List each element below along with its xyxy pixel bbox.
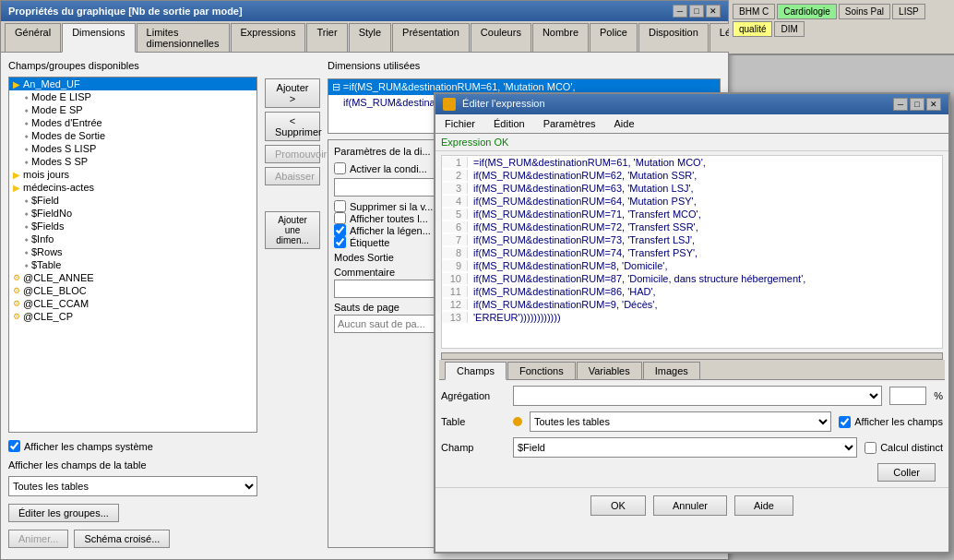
table-select-expr[interactable]: Toutes les tables: [530, 411, 831, 432]
list-item[interactable]: ⚙ @CLE_CCAM: [9, 297, 256, 310]
tab-couleurs[interactable]: Couleurs: [471, 23, 531, 52]
list-item[interactable]: ⬥ $Rows: [9, 245, 256, 258]
table-label: Table: [441, 416, 506, 427]
tab-police[interactable]: Police: [590, 23, 638, 52]
list-item[interactable]: ⬥ $Field: [9, 194, 256, 207]
expr-tab-images[interactable]: Images: [643, 362, 700, 379]
supprimer-si-vide-checkbox[interactable]: [334, 200, 346, 212]
minimize-button[interactable]: ─: [673, 5, 687, 18]
tab-dimensions[interactable]: Dimensions: [62, 23, 135, 53]
lower-button[interactable]: Abaisser: [265, 167, 320, 185]
tab-trier[interactable]: Trier: [306, 23, 347, 52]
expr-minimize-button[interactable]: ─: [893, 98, 908, 111]
taskbar-tab-lisp[interactable]: LISP: [892, 4, 925, 19]
code-line: 1 =if(MS_RUM&destinationRUM=61, 'Mutatio…: [442, 156, 942, 169]
used-dimensions-label: Dimensions utilisées: [328, 60, 721, 71]
horizontal-scrollbar[interactable]: [441, 352, 943, 360]
annuler-button[interactable]: Annuler: [653, 495, 727, 516]
promote-button[interactable]: Promouvoir: [265, 145, 320, 163]
code-line: 4 if(MS_RUM&destinationRUM=64, 'Mutation…: [442, 195, 942, 208]
expr-tab-variables[interactable]: Variables: [577, 362, 642, 379]
db-icon: ▶: [13, 79, 20, 89]
show-system-fields-checkbox[interactable]: [8, 440, 20, 452]
tab-expressions[interactable]: Expressions: [231, 23, 306, 52]
taskbar-tab-soins[interactable]: Soins Pal: [839, 4, 890, 19]
taskbar-tab-dim[interactable]: DIM: [774, 21, 804, 37]
code-line: 5 if(MS_RUM&destinationRUM=71, 'Transfer…: [442, 208, 942, 220]
list-item[interactable]: ▶ An_Med_UF: [9, 77, 256, 90]
list-item[interactable]: ⚙ @CLE_CP: [9, 310, 256, 323]
agregation-select[interactable]: [513, 386, 882, 406]
taskbar-tab-qualite[interactable]: qualité: [733, 21, 772, 37]
champ-label: Champ: [441, 442, 506, 453]
champ-select[interactable]: $Field: [513, 437, 857, 458]
available-fields-list[interactable]: ▶ An_Med_UF ⬥ Mode E LISP ⬥ Mode E SP ⬥ …: [8, 77, 257, 433]
field-icon: ⬥: [24, 209, 29, 218]
list-item[interactable]: ⬥ $FieldNo: [9, 207, 256, 220]
menu-parametres[interactable]: Paramètres: [540, 116, 600, 131]
list-item[interactable]: ⬥ $Table: [9, 258, 256, 271]
tab-style[interactable]: Style: [349, 23, 391, 52]
tab-general[interactable]: Général: [5, 23, 61, 52]
afficher-toutes-checkbox[interactable]: [334, 212, 346, 224]
menu-aide[interactable]: Aide: [611, 116, 638, 131]
expr-fields-panel: Agrégation 0 % Table Toutes les tables A…: [435, 380, 948, 487]
field-icon: ⬥: [24, 260, 29, 269]
activer-condition-checkbox[interactable]: [334, 162, 346, 174]
animate-button[interactable]: Animer...: [8, 530, 68, 548]
table-select[interactable]: Toutes les tables: [8, 476, 257, 496]
coller-row: Coller: [441, 463, 943, 482]
expr-dialog-title: Éditer l'expression: [462, 98, 545, 109]
code-line: 9 if(MS_RUM&destinationRUM=8, 'Domicile'…: [442, 259, 942, 272]
menu-fichier[interactable]: Fichier: [441, 116, 479, 131]
afficher-champs-row: Afficher les champs: [839, 416, 943, 428]
taskbar-area: BHM C Cardiologie Soins Pal LISP qualité…: [729, 0, 954, 55]
afficher-legende-checkbox[interactable]: [334, 224, 346, 236]
afficher-champs-checkbox[interactable]: [839, 416, 851, 428]
coller-button[interactable]: Coller: [877, 463, 936, 482]
list-item[interactable]: ▶ mois jours: [9, 168, 256, 181]
list-item[interactable]: ⬥ Mode E SP: [9, 103, 256, 116]
maximize-button[interactable]: □: [689, 5, 704, 18]
list-item[interactable]: ▶ médecins-actes: [9, 181, 256, 194]
remove-dimension-button[interactable]: < Supprimer: [265, 112, 320, 141]
tab-limites[interactable]: Limites dimensionnelles: [137, 23, 230, 52]
list-item[interactable]: ⬥ Modes d'Entrée: [9, 116, 256, 129]
list-item[interactable]: ⚙ @CLE_BLOC: [9, 284, 256, 297]
schema-croise-button[interactable]: Schéma croisé...: [74, 530, 170, 548]
tab-disposition[interactable]: Disposition: [638, 23, 709, 52]
list-item[interactable]: ⬥ Mode E LISP: [9, 90, 256, 103]
add-dim-special-button[interactable]: Ajouter une dimen...: [265, 211, 320, 249]
expr-close-button[interactable]: ✕: [926, 98, 941, 111]
list-item[interactable]: ⬥ Modes de Sortie: [9, 129, 256, 142]
taskbar-tab-bhm[interactable]: BHM C: [733, 4, 775, 19]
code-line: 8 if(MS_RUM&destinationRUM=74, 'Transfer…: [442, 246, 942, 259]
expr-title-bar: Éditer l'expression ─ □ ✕: [435, 94, 948, 114]
list-item[interactable]: ⬥ Modes S SP: [9, 155, 256, 168]
agregation-percent-input[interactable]: 0: [889, 387, 926, 405]
list-item[interactable]: ⬥ $Info: [9, 232, 256, 245]
animate-schema-row: Animer... Schéma croisé...: [8, 530, 257, 548]
title-bar-controls: ─ □ ✕: [673, 5, 721, 18]
expression-code-area[interactable]: 1 =if(MS_RUM&destinationRUM=61, 'Mutatio…: [441, 155, 943, 349]
add-dimension-button[interactable]: Ajouter >: [265, 78, 320, 108]
left-panel: Champs/groupes disponibles ▶ An_Med_UF ⬥…: [8, 60, 257, 548]
tab-nombre[interactable]: Nombre: [532, 23, 589, 52]
tab-presentation[interactable]: Présentation: [392, 23, 470, 52]
list-item[interactable]: ⬥ Modes S LISP: [9, 142, 256, 155]
ok-button[interactable]: OK: [590, 495, 646, 516]
taskbar-tab-cardio[interactable]: Cardiologie: [777, 4, 837, 19]
afficher-toutes-label: Afficher toutes l...: [350, 213, 428, 224]
expr-tab-fonctions[interactable]: Fonctions: [507, 362, 576, 379]
menu-edition[interactable]: Édition: [490, 116, 529, 131]
calcul-distinct-checkbox[interactable]: [865, 442, 876, 454]
field-icon: ⬥: [24, 221, 29, 231]
close-button[interactable]: ✕: [706, 5, 721, 18]
list-item[interactable]: ⚙ @CLE_ANNEE: [9, 271, 256, 284]
expr-tab-champs[interactable]: Champs: [445, 362, 507, 380]
edit-groups-button[interactable]: Éditer les groupes...: [8, 504, 119, 522]
list-item[interactable]: ⬥ $Fields: [9, 220, 256, 232]
etiquette-checkbox[interactable]: [334, 236, 346, 248]
expr-maximize-button[interactable]: □: [910, 98, 924, 111]
aide-bottom-button[interactable]: Aide: [734, 495, 793, 516]
